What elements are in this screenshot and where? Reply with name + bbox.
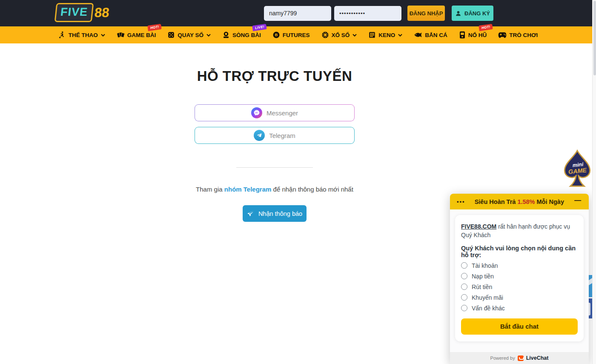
lottery-wheel-icon [321, 31, 329, 39]
option-label: Tài khoản [472, 262, 498, 269]
brand-link[interactable]: FIVE88.COM [461, 223, 496, 230]
chat-prompt: Quý Khách vui lòng chọn nội dung cần hỗ … [461, 245, 578, 258]
radio-icon[interactable] [461, 294, 467, 301]
person-icon [455, 10, 461, 17]
dice-icon [167, 31, 175, 39]
main-content: HỖ TRỢ TRỰC TUYẾN Messenger Telegram Tha… [0, 43, 549, 84]
notify-button[interactable]: Nhận thông báo [243, 205, 307, 222]
chat-title-prefix: Siêu Hoàn Trả [475, 198, 518, 205]
nav-item-no-hu[interactable]: HOT! NỔ HŨ [459, 31, 487, 39]
telegram-button[interactable]: Telegram [195, 127, 355, 144]
mini-game-button[interactable]: mini GAME [561, 149, 594, 189]
chat-menu-icon[interactable]: ••• [457, 198, 465, 205]
soccer-player-icon [58, 31, 66, 39]
chat-title-highlight: 1.58% [517, 198, 535, 205]
nav-item-label: KENO [378, 32, 395, 38]
nav-item-tro-choi[interactable]: TRÒ CHƠI [498, 32, 538, 38]
option-rut-tien[interactable]: Rút tiền [461, 284, 578, 290]
password-input[interactable] [334, 6, 401, 21]
option-label: Vấn đề khác [472, 305, 505, 312]
join-text-prefix: Tham gia [196, 186, 224, 193]
radio-icon[interactable] [461, 305, 467, 311]
divider [236, 167, 313, 168]
spade-icon: mini GAME [561, 149, 594, 189]
nav-item-game-bai[interactable]: HOT! GAME BÀI [117, 31, 156, 39]
keno-grid-icon [368, 31, 376, 39]
start-chat-button[interactable]: Bắt đầu chat [461, 318, 578, 335]
option-khuyen-mai[interactable]: Khuyến mãi [461, 294, 578, 301]
livechat-header: ••• Siêu Hoàn Trả 1.58% Mỗi Ngày — [450, 194, 589, 209]
top-header: FIVE 88 ĐĂNG NHẬP ĐĂNG KÝ [0, 0, 596, 26]
nav-item-label: THỂ THAO [69, 32, 98, 38]
register-button[interactable]: ĐĂNG KÝ [452, 6, 493, 21]
radio-icon[interactable] [461, 273, 467, 279]
join-text-suffix: để nhận thông báo mới nhất [271, 186, 353, 193]
chevron-down-icon [101, 34, 105, 37]
logo-88-text: 88 [94, 5, 110, 20]
telegram-icon [254, 130, 265, 141]
casino-chip-icon [222, 31, 230, 39]
option-van-de-khac[interactable]: Vấn đề khác [461, 305, 578, 312]
register-label: ĐĂNG KÝ [464, 10, 490, 17]
logo-five-text: FIVE [54, 3, 94, 22]
option-label: Rút tiền [472, 284, 492, 290]
option-label: Khuyến mãi [472, 294, 503, 301]
messenger-button[interactable]: Messenger [195, 104, 355, 121]
join-telegram-text: Tham gia nhóm Telegram để nhận thông báo… [0, 186, 549, 193]
nav-item-song-bai[interactable]: LIVE! SÒNG BÀI [222, 31, 261, 39]
nav-item-label: QUAY SỐ [178, 32, 203, 38]
powered-by-text: Powered by [490, 355, 515, 361]
minimize-icon[interactable]: — [573, 197, 582, 207]
messenger-icon [251, 107, 262, 118]
nav-item-futures[interactable]: B FUTURES [272, 31, 310, 39]
scrollbar-thumb[interactable] [593, 1, 596, 75]
option-tai-khoan[interactable]: Tài khoản [461, 262, 578, 269]
page: FIVE 88 ĐĂNG NHẬP ĐĂNG KÝ THỂ THAO HOT! … [0, 0, 596, 364]
svg-text:B: B [275, 33, 278, 37]
username-input[interactable] [264, 6, 331, 21]
chat-message-card: FIVE88.COM rất hân hạnh được phục vụ Quý… [455, 215, 584, 341]
nav-item-label: TRÒ CHƠI [509, 32, 538, 38]
nav-item-the-thao[interactable]: THỂ THAO [58, 31, 105, 39]
fish-icon [414, 32, 422, 38]
telegram-group-link[interactable]: nhóm Telegram [224, 186, 272, 193]
main-nav: THỂ THAO HOT! GAME BÀI QUAY SỐ LIVE! SÒN… [0, 26, 596, 43]
radio-icon[interactable] [461, 284, 467, 290]
nav-item-label: NỔ HŨ [468, 32, 487, 38]
chevron-down-icon [398, 34, 402, 37]
hot-badge: HOT! [148, 24, 162, 31]
option-nap-tien[interactable]: Nạp tiền [461, 273, 578, 280]
gamepad-icon [498, 32, 507, 38]
nav-item-label: BẮN CÁ [425, 32, 447, 38]
nav-item-keno[interactable]: KENO [368, 31, 402, 39]
livechat-widget: ••• Siêu Hoàn Trả 1.58% Mỗi Ngày — FIVE8… [450, 194, 589, 364]
radio-icon[interactable] [461, 262, 467, 269]
auth-form: ĐĂNG NHẬP ĐĂNG KÝ [264, 6, 493, 21]
cards-icon [117, 31, 125, 39]
chat-title-suffix: Mỗi Ngày [535, 198, 564, 205]
option-label: Nạp tiền [472, 273, 494, 280]
livechat-logo-icon [518, 355, 524, 361]
slot-machine-icon [459, 31, 466, 39]
messenger-label: Messenger [266, 109, 298, 117]
chat-title: Siêu Hoàn Trả 1.58% Mỗi Ngày [465, 198, 573, 205]
site-logo[interactable]: FIVE 88 [54, 3, 110, 22]
nav-item-label: XỔ SỐ [332, 32, 350, 38]
nav-item-ban-ca[interactable]: BẮN CÁ [414, 32, 447, 38]
page-scrollbar [592, 0, 596, 364]
nav-item-label: FUTURES [283, 32, 310, 38]
livechat-footer: Powered by LiveChat [450, 352, 589, 364]
bitcoin-icon: B [272, 31, 280, 39]
notify-button-label: Nhận thông báo [258, 210, 302, 217]
paper-plane-icon [247, 210, 255, 218]
nav-item-xo-so[interactable]: XỔ SỐ [321, 31, 357, 39]
chevron-down-icon [352, 34, 357, 37]
page-title: HỖ TRỢ TRỰC TUYẾN [0, 68, 549, 84]
telegram-label: Telegram [269, 132, 295, 139]
nav-item-label: SÒNG BÀI [232, 32, 261, 38]
login-button[interactable]: ĐĂNG NHẬP [407, 6, 445, 21]
chat-greeting: FIVE88.COM rất hân hạnh được phục vụ Quý… [461, 222, 578, 240]
nav-item-quay-so[interactable]: QUAY SỐ [167, 31, 211, 39]
livechat-brand-label[interactable]: LiveChat [526, 355, 549, 361]
chevron-down-icon [206, 34, 211, 37]
